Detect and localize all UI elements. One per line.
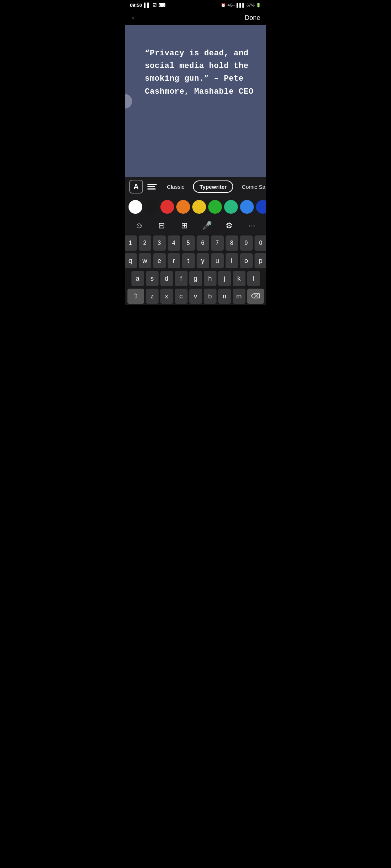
color-swatch-blue[interactable]	[256, 200, 266, 214]
color-swatch-yellow[interactable]	[192, 200, 206, 214]
status-right: ⏰ 4G+ ▌▌▌ 67% 🔋	[221, 3, 261, 8]
keyboard-icon: ⌨	[159, 3, 165, 8]
settings-icon: ⚙	[226, 221, 233, 230]
key-i[interactable]: i	[226, 253, 238, 268]
alarm-icon: ⏰	[221, 3, 226, 8]
top-nav: ← Done	[125, 10, 266, 25]
network-type: 4G+	[227, 3, 235, 7]
settings-button[interactable]: ⚙	[221, 219, 237, 232]
mic-button[interactable]: 🎤	[199, 219, 215, 232]
signal-icon: ▌▌	[144, 3, 150, 8]
key-j[interactable]: j	[218, 271, 231, 286]
key-1[interactable]: 1	[125, 235, 137, 251]
canvas-area[interactable]: “Privacy is dead, and social media hold …	[125, 25, 266, 177]
key-n[interactable]: n	[218, 289, 231, 304]
signal-bars-icon: ▌▌▌	[237, 3, 245, 7]
battery-icon: 🔋	[256, 3, 261, 8]
done-button[interactable]: Done	[245, 14, 260, 22]
key-y[interactable]: y	[197, 253, 209, 268]
color-swatch-black[interactable]	[144, 200, 158, 214]
key-row-1: qwertyuiop	[125, 251, 266, 269]
checkbox-icon: ☑	[152, 3, 157, 8]
key-v[interactable]: v	[189, 289, 202, 304]
key-k[interactable]: k	[233, 271, 245, 286]
align-line-1	[147, 184, 157, 185]
keyboard-toolbar: ☺ ⊟ ⊞ 🎤 ⚙ ···	[125, 218, 266, 234]
key-0[interactable]: 0	[255, 235, 266, 251]
key-h[interactable]: h	[204, 271, 216, 286]
number-row: 1234567890	[125, 234, 266, 251]
back-button[interactable]: ←	[131, 13, 139, 22]
key-b[interactable]: b	[204, 289, 216, 304]
shift-key[interactable]: ⇧	[127, 289, 144, 304]
key-a[interactable]: a	[131, 271, 144, 286]
align-button[interactable]	[146, 180, 158, 193]
key-t[interactable]: t	[182, 253, 195, 268]
key-x[interactable]: x	[160, 289, 173, 304]
key-f[interactable]: f	[175, 271, 188, 286]
color-swatch-orange[interactable]	[176, 200, 190, 214]
color-swatch-green[interactable]	[208, 200, 222, 214]
key-m[interactable]: m	[233, 289, 245, 304]
key-o[interactable]: o	[240, 253, 253, 268]
font-icon-label: A	[134, 183, 139, 191]
key-6[interactable]: 6	[197, 235, 209, 251]
color-swatch-red[interactable]	[160, 200, 174, 214]
time: 09:50	[130, 3, 142, 8]
status-bar: 09:50 ▌▌ ☑ ⌨ ⏰ 4G+ ▌▌▌ 67% 🔋	[125, 0, 266, 10]
emoji-icon: ☺	[135, 221, 143, 230]
key-9[interactable]: 9	[240, 235, 253, 251]
key-8[interactable]: 8	[226, 235, 238, 251]
align-line-3	[147, 188, 156, 190]
align-line-2	[147, 186, 155, 187]
key-7[interactable]: 7	[211, 235, 224, 251]
battery: 67%	[247, 3, 255, 7]
key-5[interactable]: 5	[182, 235, 195, 251]
key-c[interactable]: c	[175, 289, 188, 304]
more-button[interactable]: ···	[244, 219, 260, 232]
emoji-button[interactable]: ☺	[131, 219, 147, 232]
key-w[interactable]: w	[139, 253, 151, 268]
key-z[interactable]: z	[146, 289, 159, 304]
key-3[interactable]: 3	[153, 235, 166, 251]
text-toolbar: A Classic Typewriter Comic Sans	[125, 177, 266, 196]
key-u[interactable]: u	[211, 253, 224, 268]
grid-button[interactable]: ⊞	[176, 219, 192, 232]
mic-icon: 🎤	[202, 221, 212, 230]
more-icon: ···	[249, 221, 255, 230]
key-g[interactable]: g	[189, 271, 202, 286]
quote-text[interactable]: “Privacy is dead, and social media hold …	[145, 47, 255, 98]
font-classic[interactable]: Classic	[161, 180, 190, 193]
color-swatch-white[interactable]	[129, 200, 142, 214]
color-palette	[125, 196, 266, 218]
font-comic-sans[interactable]: Comic Sans	[236, 180, 266, 193]
color-swatch-teal[interactable]	[224, 200, 238, 214]
key-row-3: ⇧zxcvbnm⌫	[125, 287, 266, 305]
key-s[interactable]: s	[146, 271, 159, 286]
key-r[interactable]: r	[168, 253, 180, 268]
status-left: 09:50 ▌▌ ☑ ⌨	[130, 3, 165, 8]
keyboard: 1234567890 qwertyuiop asdfghjkl ⇧zxcvbnm…	[125, 234, 266, 305]
font-typewriter[interactable]: Typewriter	[193, 180, 233, 193]
grid-icon: ⊞	[181, 221, 188, 230]
key-l[interactable]: l	[247, 271, 260, 286]
clipboard-button[interactable]: ⊟	[154, 219, 169, 232]
clipboard-icon: ⊟	[158, 221, 165, 230]
key-row-bottom: !#1,English (UK).↵	[125, 305, 266, 305]
key-d[interactable]: d	[160, 271, 173, 286]
key-p[interactable]: p	[255, 253, 266, 268]
key-4[interactable]: 4	[168, 235, 180, 251]
key-q[interactable]: q	[125, 253, 137, 268]
color-swatch-light-blue[interactable]	[240, 200, 254, 214]
key-2[interactable]: 2	[139, 235, 151, 251]
key-row-2: asdfghjkl	[125, 269, 266, 287]
canvas-left-handle[interactable]	[125, 94, 132, 109]
font-icon-button[interactable]: A	[129, 180, 143, 193]
delete-key[interactable]: ⌫	[247, 289, 264, 304]
key-e[interactable]: e	[153, 253, 166, 268]
